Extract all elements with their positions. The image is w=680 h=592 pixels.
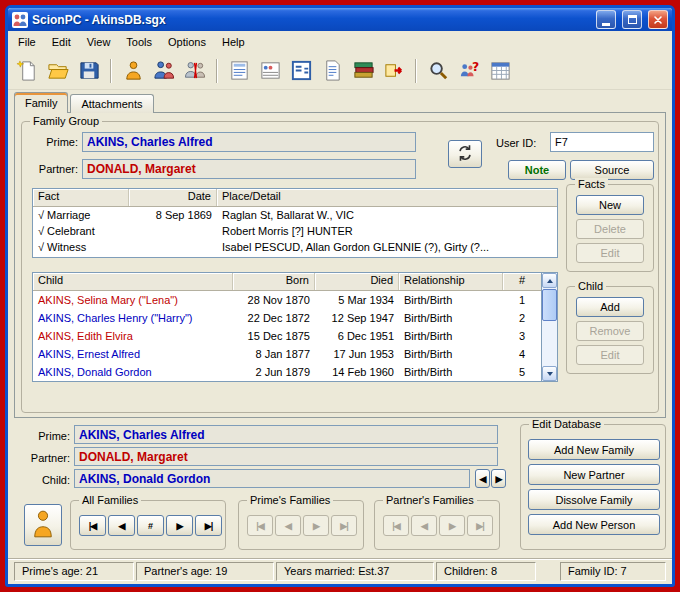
desktop: ScionPC - AkinsDB.sgx File Edit View Too… — [0, 0, 680, 592]
prime-field[interactable]: AKINS, Charles Alfred — [82, 132, 416, 152]
fact-edit-button[interactable]: Edit — [576, 243, 644, 263]
tab-attachments[interactable]: Attachments — [70, 94, 153, 113]
partner-label: Partner: — [26, 161, 78, 177]
prime-first-button[interactable]: |◀ — [247, 515, 273, 536]
dissolve-family-button[interactable]: Dissolve Family — [528, 489, 660, 510]
child-table-header: Child Born Died Relationship # — [33, 273, 557, 291]
scroll-thumb[interactable] — [542, 289, 557, 321]
fact-row[interactable]: √Marriage 8 Sep 1869 Raglan St, Ballarat… — [33, 207, 557, 223]
search-button[interactable] — [423, 56, 453, 86]
scroll-up-button[interactable] — [542, 273, 557, 288]
prime-label: Prime: — [26, 134, 78, 150]
partner-prev-button[interactable]: ◀ — [411, 515, 437, 536]
calendar-icon — [489, 59, 512, 82]
pedigree-chart-button[interactable] — [286, 56, 316, 86]
partners-families-label: Partner's Families — [383, 494, 477, 507]
close-button[interactable] — [648, 10, 668, 29]
child-row[interactable]: AKINS, Donald Gordon 2 Jun 1879 14 Feb 1… — [33, 363, 557, 381]
child-row[interactable]: AKINS, Charles Henry ("Harry") 22 Dec 18… — [33, 309, 557, 327]
summary-partner-field[interactable]: DONALD, Margaret — [74, 447, 498, 466]
window-title: ScionPC - AkinsDB.sgx — [32, 13, 590, 27]
partner-first-button[interactable]: |◀ — [383, 515, 409, 536]
summary-child-field[interactable]: AKINS, Donald Gordon — [74, 469, 470, 488]
all-last-button[interactable]: ▶| — [195, 515, 222, 536]
fact-new-button[interactable]: New — [576, 195, 644, 215]
swap-spouses-button[interactable] — [448, 140, 482, 168]
all-goto-button[interactable]: # — [137, 515, 164, 536]
calendar-button[interactable] — [485, 56, 515, 86]
child-name: AKINS, Edith Elvira — [33, 327, 233, 345]
add-family-button[interactable] — [149, 56, 179, 86]
new-database-button[interactable] — [12, 56, 42, 86]
save-database-button[interactable] — [74, 56, 104, 86]
child-add-button[interactable]: Add — [576, 297, 644, 317]
facts-table[interactable]: Fact Date Place/Detail √Marriage 8 Sep 1… — [32, 188, 558, 258]
menu-item-view[interactable]: View — [79, 33, 119, 51]
user-id-field[interactable]: F7 — [550, 132, 654, 152]
reports-button[interactable] — [224, 56, 254, 86]
primes-families-label: Prime's Families — [247, 494, 333, 507]
prime-last-button[interactable]: ▶| — [331, 515, 357, 536]
child-remove-button[interactable]: Remove — [576, 321, 644, 341]
child-group-box: Child Add Remove Edit — [566, 286, 654, 374]
titlebar[interactable]: ScionPC - AkinsDB.sgx — [8, 8, 672, 31]
notes-document-button[interactable] — [317, 56, 347, 86]
books-icon — [352, 59, 375, 82]
fact-row[interactable]: √Celebrant Robert Morris [?] HUNTER — [33, 223, 557, 239]
person-button[interactable] — [118, 56, 148, 86]
partner-next-button[interactable]: ▶ — [439, 515, 465, 536]
fact-row[interactable]: √Witness Isabel PESCUD, Allan Gordon GLE… — [33, 239, 557, 255]
split-family-button[interactable] — [180, 56, 210, 86]
open-database-button[interactable] — [43, 56, 73, 86]
person-icon — [32, 509, 54, 539]
person-search-icon: ? — [458, 59, 481, 82]
child-row[interactable]: AKINS, Edith Elvira 15 Dec 1875 6 Dec 19… — [33, 327, 557, 345]
tab-family[interactable]: Family — [14, 92, 68, 113]
note-button[interactable]: Note — [508, 160, 566, 180]
family-group-sheet-button[interactable] — [255, 56, 285, 86]
partner-last-button[interactable]: ▶| — [467, 515, 493, 536]
edit-database-group: Edit Database Add New Family New Partner… — [520, 424, 666, 550]
all-prev-button[interactable]: ◀ — [108, 515, 135, 536]
menu-item-file[interactable]: File — [10, 33, 44, 51]
prime-next-button[interactable]: ▶ — [303, 515, 329, 536]
status-family-id: Family ID: 7 — [560, 562, 666, 581]
sources-button[interactable] — [348, 56, 378, 86]
maximize-button[interactable] — [622, 10, 642, 29]
child-prev-button[interactable]: ◀ — [475, 469, 490, 488]
child-row[interactable]: AKINS, Ernest Alfred 8 Jan 1877 17 Jun 1… — [33, 345, 557, 363]
partner-field[interactable]: DONALD, Margaret — [82, 159, 416, 179]
child-row[interactable]: AKINS, Selina Mary ("Lena") 28 Nov 1870 … — [33, 291, 557, 309]
family-group-sheet-icon — [259, 59, 282, 82]
facts-group-label: Facts — [575, 178, 608, 191]
minimize-button[interactable] — [596, 10, 616, 29]
child-table-scrollbar[interactable] — [541, 273, 557, 381]
add-new-person-button[interactable]: Add New Person — [528, 514, 660, 535]
all-next-button[interactable]: ▶ — [166, 515, 193, 536]
menu-item-options[interactable]: Options — [160, 33, 214, 51]
source-button[interactable]: Source — [570, 160, 654, 180]
child-relationship: Birth/Birth — [399, 327, 503, 345]
child-next-button[interactable]: ▶ — [491, 469, 506, 488]
add-new-family-button[interactable]: Add New Family — [528, 439, 660, 460]
child-header-name: Child — [33, 273, 233, 290]
scroll-down-button[interactable] — [542, 366, 557, 381]
person-search-button[interactable]: ? — [454, 56, 484, 86]
fact-date — [129, 223, 217, 239]
menu-item-edit[interactable]: Edit — [44, 33, 79, 51]
fact-delete-button[interactable]: Delete — [576, 219, 644, 239]
child-table[interactable]: Child Born Died Relationship # AKINS, Se… — [32, 272, 558, 382]
child-edit-button[interactable]: Edit — [576, 345, 644, 365]
all-first-button[interactable]: |◀ — [79, 515, 106, 536]
summary-prime-name: AKINS, Charles Alfred — [79, 428, 205, 442]
fact-name: Marriage — [47, 209, 90, 221]
fact-check-icon: √ — [38, 225, 44, 237]
maximize-icon — [628, 15, 637, 24]
menu-item-help[interactable]: Help — [214, 33, 253, 51]
prime-prev-button[interactable]: ◀ — [275, 515, 301, 536]
export-button[interactable] — [379, 56, 409, 86]
new-partner-button[interactable]: New Partner — [528, 464, 660, 485]
summary-prime-field[interactable]: AKINS, Charles Alfred — [74, 425, 498, 444]
menu-item-tools[interactable]: Tools — [118, 33, 160, 51]
view-person-button[interactable] — [24, 504, 62, 546]
